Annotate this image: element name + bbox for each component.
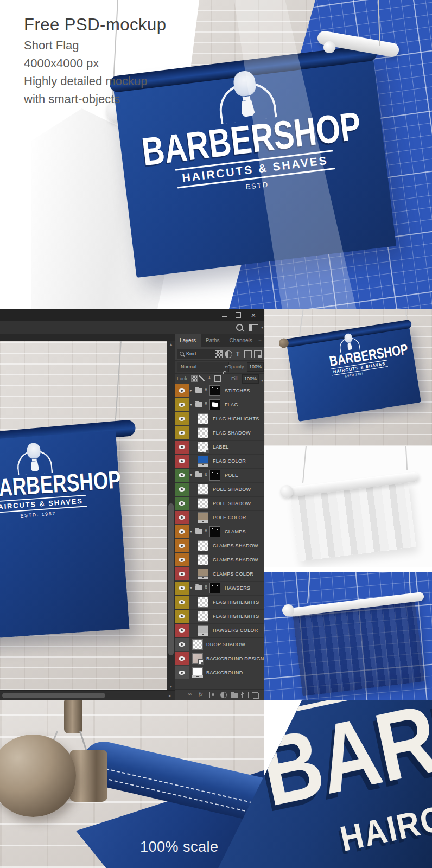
layer-name[interactable]: BACKGROUND (206, 670, 243, 675)
layer-name[interactable]: CLAMPS (225, 529, 246, 534)
filter-shape-layers-icon[interactable] (244, 350, 252, 358)
layer-row[interactable]: FLAG HIGHLIGHTS (175, 596, 264, 610)
layer-name[interactable]: FLAG (225, 402, 238, 407)
workspace-panel-icon[interactable] (249, 324, 258, 331)
layer-row[interactable]: CLAMPS SHADOW (175, 553, 264, 567)
layer-thumbnail[interactable] (198, 554, 208, 565)
visibility-eye-icon[interactable] (179, 417, 185, 421)
tab-paths[interactable]: Paths (201, 334, 225, 347)
kind-filter-dropdown[interactable]: Kind ▾ (177, 349, 220, 359)
layer-name[interactable]: POLE SHADOW (213, 501, 251, 506)
visibility-eye-icon[interactable] (179, 614, 185, 618)
visibility-eye-icon[interactable] (179, 473, 185, 477)
visibility-eye-icon[interactable] (179, 529, 185, 534)
layer-row[interactable]: POLE SHADOW (175, 483, 264, 497)
group-collapse-icon[interactable]: ▾ (190, 585, 192, 590)
scroll-right-icon[interactable]: ▸ (167, 693, 173, 698)
lock-transparency-icon[interactable] (191, 375, 198, 382)
layer-row[interactable]: HAWSERS COLOR (175, 624, 264, 638)
layer-name[interactable]: CLAMPS SHADOW (213, 557, 258, 563)
layer-name[interactable]: POLE (225, 473, 238, 478)
filter-smart-objects-icon[interactable] (254, 350, 262, 358)
layer-name[interactable]: HAWSERS (225, 585, 250, 591)
layer-name[interactable]: CLAMPS COLOR (213, 571, 253, 577)
layer-name[interactable]: FLAG SHADOW (213, 430, 251, 436)
blend-mode-dropdown[interactable]: Normal ▾ (177, 362, 229, 372)
layer-thumbnail[interactable] (198, 413, 208, 424)
layer-thumbnail[interactable] (198, 512, 208, 523)
layer-row[interactable]: FLAG HIGHLIGHTS (175, 412, 264, 426)
visibility-eye-icon[interactable] (179, 388, 185, 393)
layer-name[interactable]: HAWSERS COLOR (213, 628, 258, 633)
layer-row[interactable]: FLAG COLOR (175, 455, 264, 469)
scroll-up-icon[interactable]: ▴ (167, 342, 175, 347)
vertical-scrollbar[interactable]: ▴ ▾ (167, 341, 175, 690)
group-mask-thumbnail[interactable] (209, 526, 220, 537)
layer-row[interactable]: LABEL (175, 441, 264, 455)
visibility-eye-icon[interactable] (179, 628, 185, 633)
layer-row[interactable]: POLE COLOR (175, 511, 264, 525)
layer-name[interactable]: BACKGROUND DESIGN (206, 656, 264, 661)
scrollbar-thumb[interactable] (2, 693, 105, 698)
layer-row[interactable]: BACKGROUND (175, 666, 264, 680)
layer-row[interactable]: ▸8STITCHES (175, 384, 264, 398)
layer-thumbnail[interactable] (198, 611, 208, 622)
search-icon[interactable] (236, 324, 243, 331)
layer-thumbnail[interactable] (192, 653, 203, 664)
layer-name[interactable]: LABEL (213, 444, 229, 450)
layer-mask-icon[interactable] (209, 692, 217, 698)
visibility-eye-icon[interactable] (179, 431, 185, 435)
group-collapse-icon[interactable]: ▾ (190, 402, 192, 407)
visibility-eye-icon[interactable] (179, 671, 185, 675)
tab-layers[interactable]: Layers (175, 334, 201, 347)
filter-type-layers-icon[interactable]: T (234, 350, 241, 357)
folder-icon[interactable] (231, 693, 238, 698)
document-canvas[interactable]: BARBERSHOP HAIRCUTS & SHAVES ESTD. 1987 … (0, 334, 175, 700)
layer-thumbnail[interactable] (198, 442, 208, 452)
group-expand-icon[interactable]: ▸ (190, 388, 192, 393)
layer-row[interactable]: BACKGROUND DESIGN (175, 652, 264, 666)
layer-thumbnail[interactable] (198, 540, 208, 551)
layer-row[interactable]: CLAMPS COLOR (175, 567, 264, 582)
layer-name[interactable]: FLAG HIGHLIGHTS (213, 416, 259, 422)
layer-name[interactable]: FLAG HIGHLIGHTS (213, 599, 259, 605)
group-mask-thumbnail[interactable] (209, 470, 220, 481)
tab-channels[interactable]: Channels (225, 334, 257, 347)
visibility-eye-icon[interactable] (179, 600, 185, 604)
layer-row[interactable]: ▾8POLE (175, 469, 264, 483)
new-layer-icon[interactable] (242, 692, 249, 698)
filter-pixel-layers-icon[interactable] (215, 350, 223, 358)
visibility-eye-icon[interactable] (179, 642, 185, 647)
scroll-down-icon[interactable]: ▾ (167, 684, 175, 689)
layer-name[interactable]: POLE SHADOW (213, 487, 251, 492)
layer-row[interactable]: FLAG SHADOW (175, 426, 264, 441)
group-mask-thumbnail[interactable] (209, 385, 220, 396)
lock-paint-icon[interactable] (199, 375, 205, 381)
visibility-eye-icon[interactable] (179, 544, 185, 548)
restore-icon[interactable] (232, 309, 244, 321)
trash-icon[interactable] (253, 693, 259, 699)
layer-thumbnail[interactable] (192, 639, 203, 650)
layer-thumbnail[interactable] (198, 498, 208, 509)
visibility-eye-icon[interactable] (179, 586, 185, 590)
visibility-eye-icon[interactable] (179, 501, 185, 506)
visibility-eye-icon[interactable] (179, 572, 185, 576)
visibility-eye-icon[interactable] (179, 515, 185, 520)
layer-row[interactable]: CLAMPS SHADOW (175, 539, 264, 553)
layer-name[interactable]: STITCHES (225, 388, 250, 393)
layer-row[interactable]: POLE SHADOW (175, 497, 264, 511)
group-collapse-icon[interactable]: ▾ (190, 529, 192, 534)
filter-adjustment-layers-icon[interactable] (225, 350, 232, 358)
adjustment-icon[interactable] (220, 692, 227, 698)
layer-name[interactable]: CLAMPS SHADOW (213, 543, 258, 548)
visibility-eye-icon[interactable] (179, 445, 185, 449)
layer-thumbnail[interactable] (198, 597, 208, 608)
layer-name[interactable]: POLE COLOR (213, 515, 246, 520)
layer-row[interactable]: FLAG HIGHLIGHTS (175, 610, 264, 624)
layer-thumbnail[interactable] (198, 484, 208, 495)
layer-thumbnail[interactable] (198, 625, 208, 636)
panel-menu-icon[interactable]: ≡ (258, 338, 262, 344)
group-mask-thumbnail[interactable] (209, 399, 220, 410)
layer-thumbnail[interactable] (198, 456, 208, 467)
layer-row[interactable]: DROP SHADOW (175, 638, 264, 652)
